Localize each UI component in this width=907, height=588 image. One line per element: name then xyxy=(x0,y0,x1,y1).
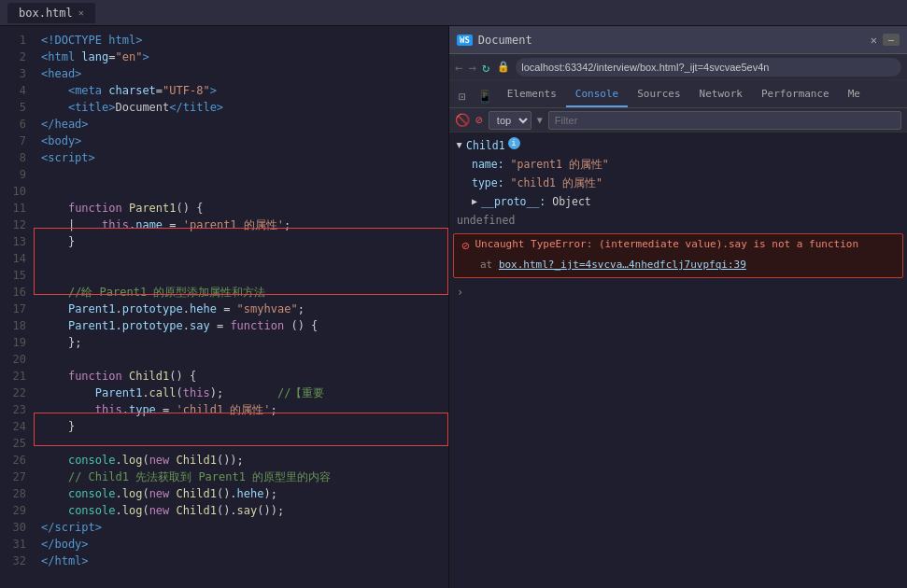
line-number: 25 xyxy=(7,435,26,452)
line-number: 15 xyxy=(7,267,26,284)
code-line xyxy=(41,166,441,183)
filter-input[interactable] xyxy=(548,111,901,130)
line-number: 6 xyxy=(7,116,26,133)
line-number: 17 xyxy=(7,301,26,317)
line-number: 1 xyxy=(7,32,26,49)
refresh-button[interactable]: ↻ xyxy=(482,60,489,75)
tab-label: box.html xyxy=(19,7,73,20)
ws-logo: WS xyxy=(457,35,473,46)
back-button[interactable]: ← xyxy=(455,60,462,75)
code-content: <!DOCTYPE html><html lang="en"><head> <m… xyxy=(34,26,448,588)
type-key: type: xyxy=(472,175,504,191)
code-line: <body> xyxy=(41,133,441,149)
line-number: 12 xyxy=(7,217,26,233)
title-bar: box.html ✕ xyxy=(0,0,907,26)
url-input[interactable] xyxy=(516,58,901,77)
code-editor: 1234567891011121314151617181920212223242… xyxy=(0,26,448,588)
line-number: 30 xyxy=(7,519,26,536)
tab-network[interactable]: Network xyxy=(690,82,752,107)
error-icon: ⊘ xyxy=(461,237,469,254)
code-line: function Parent1() { xyxy=(41,200,441,217)
code-line: </script> xyxy=(41,519,441,536)
line-number: 32 xyxy=(7,553,26,569)
line-number: 24 xyxy=(7,418,26,435)
file-tab[interactable]: box.html ✕ xyxy=(7,3,95,23)
code-line xyxy=(41,250,441,267)
devtools-device-icon[interactable]: 📱 xyxy=(472,86,498,107)
line-number: 9 xyxy=(7,166,26,183)
code-line: <title>Document</title> xyxy=(41,99,441,116)
tab-more[interactable]: Me xyxy=(839,82,870,107)
code-line: <meta charset="UTF-8"> xyxy=(41,82,441,99)
line-number: 11 xyxy=(7,200,26,217)
code-line xyxy=(41,267,441,284)
line-number: 26 xyxy=(7,452,26,469)
error-message-line: ⊘ Uncaught TypeError: (intermediate valu… xyxy=(454,234,902,256)
proto-value: Object xyxy=(552,193,591,210)
expand-child1-arrow[interactable]: ▶ xyxy=(451,143,468,148)
browser-chrome: WS Document ✕ — xyxy=(449,26,907,54)
child1-info-icon[interactable]: i xyxy=(508,137,520,149)
console-type-prop: type: "child1 的属性" xyxy=(449,174,907,192)
error-section: ⊘ Uncaught TypeError: (intermediate valu… xyxy=(453,233,903,278)
browser-close-button[interactable]: ✕ xyxy=(871,34,877,47)
line-number: 7 xyxy=(7,133,26,149)
code-line: </body> xyxy=(41,536,441,553)
name-value: "parent1 的属性" xyxy=(511,156,609,173)
code-lines-container: 1234567891011121314151617181920212223242… xyxy=(0,26,448,588)
line-number: 27 xyxy=(7,469,26,485)
child1-label: Child1 xyxy=(466,137,505,154)
tab-elements[interactable]: Elements xyxy=(498,82,566,107)
line-number: 3 xyxy=(7,65,26,82)
line-number: 31 xyxy=(7,536,26,553)
line-number: 18 xyxy=(7,317,26,334)
browser-title: Document xyxy=(478,34,865,47)
browser-panel: WS Document ✕ — ← → ↻ 🔒 ⊡ 📱 Elements Con… xyxy=(448,26,907,588)
tab-console[interactable]: Console xyxy=(566,82,628,107)
code-line: | this.name = 'parent1 的属性'; xyxy=(41,217,441,233)
tab-sources[interactable]: Sources xyxy=(628,82,689,107)
code-line: <script> xyxy=(41,149,441,166)
browser-collapse-button[interactable]: — xyxy=(883,34,900,46)
line-number: 4 xyxy=(7,82,26,99)
line-number: 19 xyxy=(7,334,26,351)
console-toolbar: 🚫 ⊘ top ▼ xyxy=(449,108,907,133)
secure-icon: 🔒 xyxy=(497,61,510,73)
console-child1-line: ▶ Child1 i xyxy=(449,136,907,155)
console-name-prop: name: "parent1 的属性" xyxy=(449,155,907,174)
code-line: Parent1.call(this); //【重要 xyxy=(41,385,441,401)
code-line: </html> xyxy=(41,553,441,569)
context-select[interactable]: top xyxy=(489,111,531,130)
console-clear-button[interactable]: 🚫 xyxy=(455,113,470,127)
tab-performance[interactable]: Performance xyxy=(752,82,839,107)
devtools-inspect-icon[interactable]: ⊡ xyxy=(453,86,472,107)
code-line: function Child1() { xyxy=(41,368,441,385)
line-number: 14 xyxy=(7,250,26,267)
console-error-filter-button[interactable]: ⊘ xyxy=(475,113,483,127)
code-line xyxy=(41,435,441,452)
code-line: console.log(new Child1()); xyxy=(41,452,441,469)
main-area: 1234567891011121314151617181920212223242… xyxy=(0,26,907,588)
console-output: ▶ Child1 i name: "parent1 的属性" type: "ch… xyxy=(449,133,907,588)
code-line: } xyxy=(41,233,441,250)
line-number: 20 xyxy=(7,351,26,368)
line-number: 8 xyxy=(7,149,26,166)
name-key: name: xyxy=(472,156,504,173)
code-line xyxy=(41,351,441,368)
code-line: //给 Parent1 的原型添加属性和方法 xyxy=(41,284,441,301)
devtools-tabs: ⊡ 📱 Elements Console Sources Network Per… xyxy=(449,80,907,108)
error-link[interactable]: box.html?_ijt=4svcva…4nhedfclj7uvpfqi:39 xyxy=(499,259,746,271)
error-location-line: at box.html?_ijt=4svcva…4nhedfclj7uvpfqi… xyxy=(454,256,902,277)
line-number: 13 xyxy=(7,233,26,250)
expand-proto-arrow[interactable]: ▶ xyxy=(472,193,477,210)
console-undefined-line: undefined xyxy=(449,211,907,230)
console-cursor-icon: › xyxy=(457,284,463,301)
code-line xyxy=(41,183,441,200)
code-line: }; xyxy=(41,334,441,351)
proto-key: __proto__: xyxy=(481,193,546,210)
line-number: 2 xyxy=(7,49,26,65)
forward-button[interactable]: → xyxy=(468,60,475,75)
line-number: 22 xyxy=(7,385,26,401)
code-line: <head> xyxy=(41,65,441,82)
tab-close-button[interactable]: ✕ xyxy=(78,7,84,18)
